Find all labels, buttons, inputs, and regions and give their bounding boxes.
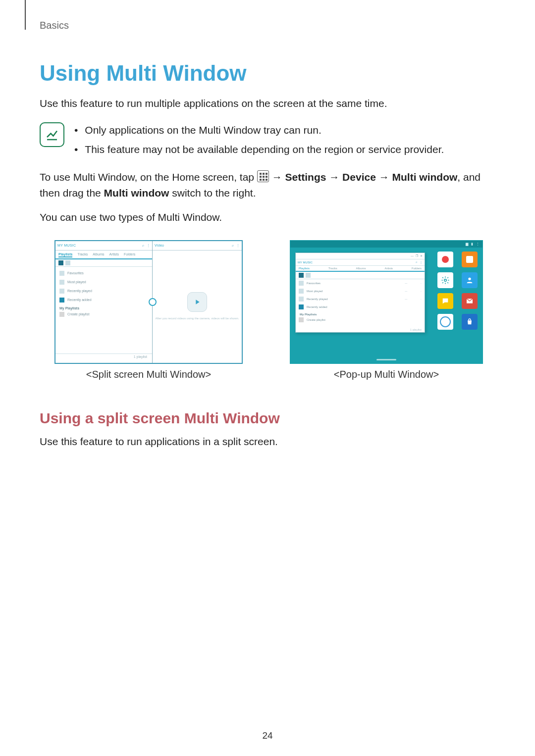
search-icon: ⌕ xyxy=(416,260,418,264)
list-item-label: Recently played xyxy=(307,298,328,301)
section-title: Using a split screen Multi Window xyxy=(40,410,495,427)
popup-tab: Folders xyxy=(412,267,422,270)
split-left-pane: MY MUSIC ⌕ ⋮ Playlists Tracks Albums Art… xyxy=(55,241,153,363)
search-icon: ⌕ xyxy=(232,244,234,248)
split-left-header: MY MUSIC ⌕ ⋮ xyxy=(55,241,152,251)
list-item: Create playlist xyxy=(55,310,152,319)
list-item: Recently played xyxy=(55,287,152,296)
thumb-2 xyxy=(306,273,311,278)
list-item: Recently added xyxy=(296,303,425,311)
popup-thumb-row xyxy=(296,272,425,279)
tray-app-contacts-icon xyxy=(462,272,478,288)
note-list: Only applications on the Multi Window tr… xyxy=(74,120,444,160)
breadcrumb: Basics xyxy=(40,20,495,31)
list-item-label: Most played xyxy=(307,290,322,293)
popup-window: — ❐ ✕ MY MUSIC ⌕ ⋮ Playlists Tracks xyxy=(295,252,425,333)
path-pre: To use Multi Window, on the Home screen,… xyxy=(40,171,257,183)
path-arrow3: → xyxy=(379,171,392,183)
thumb-1 xyxy=(299,273,304,278)
popup-screenshot: ▆ ▮ ⋮ — ❐ ✕ MY MUSIC ⌕ ⋮ xyxy=(290,240,483,364)
popup-tab: Tracks xyxy=(328,267,337,270)
clock-icon: ⋮ xyxy=(476,242,480,246)
note-item: This feature may not be available depend… xyxy=(74,140,444,159)
multiwindow-tray xyxy=(437,252,480,330)
popup-titlebar: — ❐ ✕ xyxy=(296,253,425,259)
path-instruction: To use Multi Window, on the Home screen,… xyxy=(40,169,495,201)
intro-text: Use this feature to run multiple applica… xyxy=(40,96,495,111)
home-indicator xyxy=(376,359,396,360)
path-arrow2: → xyxy=(329,171,342,183)
list-item-label: Recently added xyxy=(307,305,327,308)
list-item: Recently played—·· xyxy=(296,295,425,303)
popup-tab: Albums xyxy=(356,267,366,270)
list-item-label: Recently played xyxy=(67,289,92,293)
popup-section: My Playlists xyxy=(296,311,425,316)
apps-icon xyxy=(257,170,269,182)
section-text: Use this feature to run applications in … xyxy=(40,434,495,450)
minimize-icon: — xyxy=(411,254,414,257)
tray-app-browser-icon xyxy=(437,314,453,330)
path-step2: Device xyxy=(342,171,376,183)
popup-caption: <Pop-up Multi Window> xyxy=(334,369,439,380)
popup-header: MY MUSIC ⌕ ⋮ xyxy=(296,259,425,266)
list-item-label: Most played xyxy=(67,280,86,284)
list-item: Create playlist xyxy=(296,316,425,324)
screenshots-row: MY MUSIC ⌕ ⋮ Playlists Tracks Albums Art… xyxy=(40,240,495,380)
split-screenshot: MY MUSIC ⌕ ⋮ Playlists Tracks Albums Art… xyxy=(54,240,243,364)
popup-list: Favourites—·· Most played—·· Recently pl… xyxy=(296,279,425,324)
tray-app-mail-icon xyxy=(462,293,478,309)
play-icon xyxy=(187,292,207,312)
menu-icon: ⋮ xyxy=(236,244,240,248)
maximize-icon: ❐ xyxy=(416,254,418,257)
tab-artists: Artists xyxy=(109,252,119,257)
split-caption: <Split screen Multi Window> xyxy=(86,369,211,380)
tray-app-chat-icon xyxy=(437,293,453,309)
popup-screenshot-wrap: ▆ ▮ ⋮ — ❐ ✕ MY MUSIC ⌕ ⋮ xyxy=(277,240,495,380)
types-intro: You can use two types of Multi Window. xyxy=(40,209,495,225)
thumb-2 xyxy=(65,260,70,265)
split-left-title: MY MUSIC xyxy=(57,244,76,247)
tray-app-icon xyxy=(437,252,453,267)
tray-app-store-icon xyxy=(462,314,478,330)
list-item-label: Recently added xyxy=(67,298,92,302)
tab-albums: Albums xyxy=(93,252,104,257)
header-icons: ⌕ ⋮ xyxy=(416,260,423,264)
header-icons: ⌕ ⋮ xyxy=(142,244,150,248)
list-item: Favourites—·· xyxy=(296,279,425,287)
list-item: Most played xyxy=(55,278,152,287)
split-right-pane: Video ⌕ ⋮ After you record videos using … xyxy=(153,241,242,363)
path-step1: Settings xyxy=(285,171,326,183)
wifi-icon: ▆ xyxy=(466,242,468,246)
status-bar: ▆ ▮ ⋮ xyxy=(290,241,482,248)
split-screenshot-wrap: MY MUSIC ⌕ ⋮ Playlists Tracks Albums Art… xyxy=(40,240,258,380)
tab-folders: Folders xyxy=(124,252,135,257)
page-title: Using Multi Window xyxy=(40,61,495,86)
split-handle-icon xyxy=(149,298,157,306)
page-number: 24 xyxy=(0,730,535,741)
popup-tabs: Playlists Tracks Albums Artists Folders xyxy=(296,266,425,272)
svg-point-0 xyxy=(444,279,447,282)
list-item: Most played—·· xyxy=(296,287,425,295)
split-right-title: Video xyxy=(155,244,164,247)
svg-point-1 xyxy=(468,277,471,280)
popup-title: MY MUSIC xyxy=(298,261,313,264)
list-item-label: Favourites xyxy=(307,282,321,285)
path-arrow1: → xyxy=(272,171,285,183)
path-post2: switch to the right. xyxy=(172,187,256,199)
section-label: My Playlists xyxy=(55,304,152,310)
list-item: Recently added xyxy=(55,296,152,304)
popup-footer: 1 playlist xyxy=(410,328,422,331)
menu-icon: ⋮ xyxy=(147,244,150,248)
video-area: After you record videos using the camera… xyxy=(153,251,242,363)
thumb-1 xyxy=(58,260,63,265)
list-item: Favourites xyxy=(55,269,152,278)
tray-app-settings-icon xyxy=(437,272,453,288)
video-hint: After you record videos using the camera… xyxy=(155,317,239,321)
split-left-footer: 1 playlist xyxy=(55,353,152,363)
path-comma: , xyxy=(457,171,463,183)
popup-tab: Playlists xyxy=(299,267,310,270)
list-item-label: Favourites xyxy=(67,271,84,275)
note-item: Only applications on the Multi Window tr… xyxy=(74,120,444,140)
menu-icon: ⋮ xyxy=(420,260,423,264)
top-rule xyxy=(25,0,26,30)
